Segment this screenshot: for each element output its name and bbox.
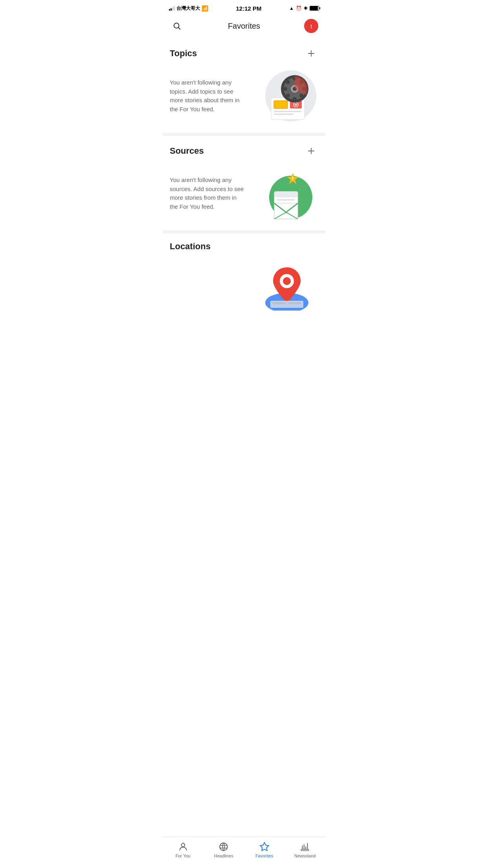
search-icon [172,22,181,30]
status-right: ▲ ⏰ ✱ [289,6,319,11]
svg-point-10 [295,103,297,106]
divider-2 [163,230,325,234]
battery-icon [310,6,319,11]
plus-icon-sources [307,147,316,155]
svg-point-19 [283,87,287,91]
svg-point-24 [299,94,303,97]
search-button[interactable] [170,19,184,33]
signal-bars [169,6,175,11]
locations-illustration [259,259,314,311]
svg-rect-29 [274,191,298,197]
sources-header: Sources [170,144,318,158]
location-icon: ▲ [289,6,294,11]
svg-point-18 [293,97,297,101]
svg-rect-11 [274,111,301,112]
topics-section: Topics You aren't following any topics. … [163,39,325,133]
divider-1 [163,133,325,136]
sources-empty-text: You aren't following any sources. Add so… [170,176,251,211]
carrier-label: 台灣大哥大 [176,5,200,12]
signal-bar-3 [172,7,173,11]
locations-header: Locations [170,241,318,252]
sources-section: Sources You aren't following any sources… [163,136,325,230]
sources-body: You aren't following any sources. Add so… [170,166,318,221]
svg-point-23 [286,94,290,97]
sources-illustration: ! [263,166,318,221]
locations-title: Locations [170,241,211,252]
battery-fill [310,6,318,10]
status-time: 12:12 PM [236,5,262,12]
signal-bar-2 [171,8,172,11]
signal-bar-4 [174,6,175,11]
page-title: Favorites [228,22,260,31]
bluetooth-icon: ✱ [304,6,308,11]
sources-title: Sources [170,146,204,156]
svg-rect-41 [288,302,301,304]
svg-text:!: ! [292,175,294,182]
alarm-icon: ⏰ [296,6,302,11]
svg-line-1 [178,28,180,29]
header: Favorites t [163,16,325,39]
avatar[interactable]: t [304,19,318,33]
topics-empty-text: You aren't following any topics. Add top… [170,78,251,114]
main-content: Topics You aren't following any topics. … [163,39,325,342]
topics-header: Topics [170,46,318,61]
status-left: 台灣大哥大 📶 [169,5,208,12]
sources-add-button[interactable] [304,144,318,158]
svg-point-38 [283,277,291,285]
wifi-icon: 📶 [202,5,208,11]
topics-body: You aren't following any topics. Add top… [170,68,318,123]
topics-add-button[interactable] [304,46,318,61]
svg-rect-12 [274,114,294,115]
locations-body [170,259,318,311]
plus-icon [307,49,316,58]
signal-bar-1 [169,9,170,11]
svg-rect-33 [277,199,295,200]
svg-rect-40 [272,302,286,304]
topics-illustration [263,68,318,123]
svg-point-21 [286,80,290,84]
svg-rect-6 [274,101,288,108]
topics-title: Topics [170,48,197,59]
locations-section: Locations [163,234,325,311]
status-bar: 台灣大哥大 📶 12:12 PM ▲ ⏰ ✱ [163,0,325,16]
